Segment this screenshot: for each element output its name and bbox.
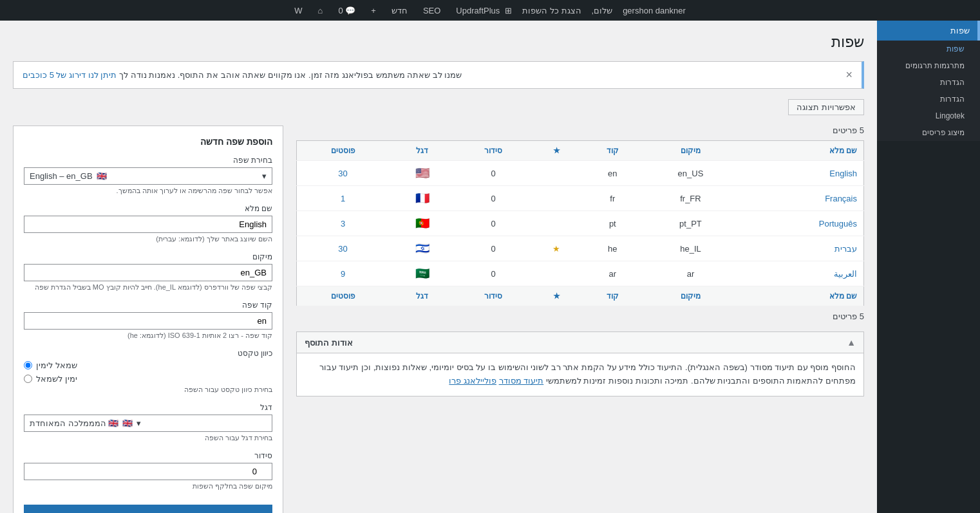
- posts-cell: 30: [297, 236, 390, 261]
- adminbar-comments-icon: 💬: [345, 6, 355, 15]
- page-title: שפות: [13, 33, 864, 51]
- th-order[interactable]: סידור: [455, 141, 531, 161]
- tfoot-code[interactable]: קוד: [581, 286, 643, 306]
- adminbar-plus-icon: +: [366, 6, 381, 15]
- add-language-panel: הוספת שפה חדשה בחירת שפה ▾ 🇬🇧 English – …: [13, 126, 283, 513]
- form-order-note: מיקום שפה בחלקף השפות: [24, 482, 272, 490]
- radio-rtl-input[interactable]: [24, 375, 32, 383]
- adminbar-updraftplus[interactable]: UpdraftPlus: [451, 6, 505, 15]
- info-box-text: החוסף מוסף עם תיעוד מסודר (בשפה האנגלית)…: [319, 362, 856, 386]
- form-flag-select[interactable]: ▾ 🇬🇧 🇬🇧 המממלכה המאוחדת: [24, 415, 272, 432]
- order-cell: 0: [455, 236, 531, 261]
- locale-cell: pt_PT: [643, 211, 738, 236]
- form-group-language: בחירת שפה ▾ 🇬🇧 English – en_GB אפשר לבחו…: [24, 156, 272, 195]
- code-cell: en: [581, 161, 643, 186]
- form-flag-note: בחירת דגל עבור השפה: [24, 434, 272, 442]
- tfoot-flag: דגל: [389, 286, 455, 306]
- notice-text: שמנו לב שאתה משתמש בפוליאנג מזה זמן. אנו…: [23, 70, 462, 80]
- form-group-textdir: כיוון טקסט שמאל לימין ימין לשמאל: [24, 349, 272, 394]
- flag-gb-icon: 🇬🇧: [97, 171, 107, 181]
- th-full-name[interactable]: שם מלא: [738, 141, 864, 161]
- form-group-order: סידור מיקום שפה בחלקף השפות: [24, 451, 272, 490]
- form-locale-note: קבצי שפה של וורדפרס (לדוגמא he_IL). חייב…: [24, 283, 272, 292]
- posts-link[interactable]: 3: [341, 219, 345, 229]
- info-box-toggle[interactable]: ▲: [847, 337, 856, 348]
- adminbar-comments[interactable]: 💬 0: [333, 6, 361, 15]
- admin-bar: gershon dankner שלום, הצגת כל השפות ⊞ Up…: [0, 0, 980, 21]
- sidebar-sub-settings2[interactable]: הגדרות: [877, 91, 980, 107]
- th-posts[interactable]: פוסטים: [297, 141, 390, 161]
- adminbar-new[interactable]: חדש: [386, 6, 413, 15]
- form-locale-label: מיקום: [24, 252, 272, 261]
- sidebar-sub-translations-label: מתרגמות תרגומים: [905, 61, 965, 70]
- lang-name-link[interactable]: עברית: [834, 244, 857, 254]
- sidebar-item-languages[interactable]: שפות: [877, 21, 980, 41]
- sidebar-sub-languages[interactable]: שפות: [877, 41, 980, 57]
- adminbar-home-icon[interactable]: ⌂: [313, 6, 328, 15]
- form-fullname-input[interactable]: [24, 216, 272, 233]
- lang-name-link[interactable]: Français: [825, 194, 857, 203]
- lang-name-link[interactable]: Português: [819, 219, 857, 229]
- sidebar-sub-translations[interactable]: מתרגמות תרגומים: [877, 57, 980, 74]
- adminbar-greeting: שלום,: [592, 6, 613, 15]
- items-count: 5 פריטים: [296, 126, 864, 135]
- th-locale[interactable]: מיקום: [643, 141, 738, 161]
- sidebar-sub-misc-label: מיצוג פריסים: [922, 128, 965, 137]
- adminbar-seo[interactable]: SEO: [418, 6, 446, 15]
- tfoot-full-name[interactable]: שם מלא: [738, 286, 864, 306]
- locale-cell: en_US: [643, 161, 738, 186]
- lang-name-link[interactable]: English: [829, 169, 857, 178]
- flag-cell: 🇸🇦: [389, 261, 455, 286]
- tfoot-order[interactable]: סידור: [455, 286, 531, 306]
- tfoot-star: ★: [531, 286, 582, 306]
- star-cell: [531, 186, 582, 211]
- code-cell: ar: [581, 261, 643, 286]
- languages-table: שם מלא מיקום קוד ★ סידור דגל פוסטים Engl…: [296, 140, 864, 306]
- posts-cell: 9: [297, 261, 390, 286]
- tfoot-posts[interactable]: פוסטים: [297, 286, 390, 306]
- chevron-down-icon: ▾: [262, 171, 267, 181]
- form-language-select[interactable]: ▾ 🇬🇧 English – en_GB: [24, 167, 272, 185]
- form-locale-input[interactable]: [24, 264, 272, 281]
- sidebar-sub-lingotek[interactable]: Lingotek: [877, 107, 980, 124]
- form-order-input[interactable]: [24, 463, 272, 480]
- posts-link[interactable]: 1: [341, 194, 345, 203]
- sidebar-sub-misc[interactable]: מיצוג פריסים: [877, 124, 980, 141]
- star-cell: [531, 261, 582, 286]
- adminbar-wp-icon[interactable]: W: [289, 6, 307, 15]
- sidebar-sub-settings1-label: הגדרות: [940, 78, 965, 87]
- table-row: English en_US en 0 🇺🇸 30: [297, 161, 864, 186]
- code-cell: fr: [581, 186, 643, 211]
- adminbar-site-name[interactable]: gershon dankner: [617, 6, 691, 15]
- locale-cell: fr_FR: [643, 186, 738, 211]
- adminbar-comments-count: 0: [338, 6, 343, 15]
- sidebar-sub-settings2-label: הגדרות: [940, 95, 965, 104]
- radio-rtl-label: ימין לשמאל: [36, 374, 77, 384]
- star-cell: [531, 161, 582, 186]
- form-code-input[interactable]: [24, 312, 272, 330]
- th-star: ★: [531, 141, 582, 161]
- tfoot-locale[interactable]: מיקום: [643, 286, 738, 306]
- radio-ltr-label: שמאל לימין: [36, 360, 77, 370]
- notice-link[interactable]: תיתן לנו דירוג של 5 כוכבים: [23, 70, 117, 80]
- order-cell: 0: [455, 161, 531, 186]
- th-code[interactable]: קוד: [581, 141, 643, 161]
- order-cell: 0: [455, 261, 531, 286]
- sidebar-sub-settings1[interactable]: הגדרות: [877, 74, 980, 91]
- posts-link[interactable]: 30: [338, 244, 347, 254]
- radio-ltr-input[interactable]: [24, 361, 32, 369]
- star-cell: [531, 211, 582, 236]
- posts-link[interactable]: 30: [338, 169, 347, 178]
- form-fullname-label: שם מלא: [24, 204, 272, 213]
- info-link1[interactable]: תיעוד מסודר: [499, 376, 544, 386]
- info-link2[interactable]: פוליילאנג פרו: [449, 376, 496, 386]
- adminbar-view-site[interactable]: הצגת כל השפות: [517, 6, 586, 15]
- radio-item-rtl: ימין לשמאל: [24, 374, 272, 384]
- add-language-button[interactable]: הוספת שפה חדשה: [24, 505, 272, 513]
- notice-close-icon[interactable]: ×: [845, 68, 853, 82]
- posts-link[interactable]: 9: [341, 269, 345, 279]
- lang-name-link[interactable]: العربية: [834, 269, 857, 279]
- form-language-note: אפשר לבחור שפה מהרשימה או לערוך אותה בהמ…: [24, 187, 272, 195]
- flag-cell: 🇫🇷: [389, 186, 455, 211]
- options-button[interactable]: אפשרויות תצוגה: [788, 99, 864, 115]
